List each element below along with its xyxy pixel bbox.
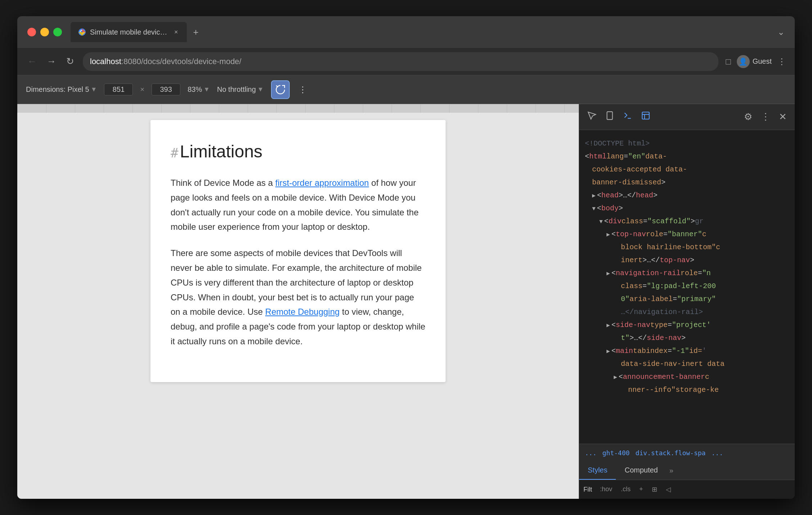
svg-rect-6 <box>642 112 649 119</box>
tab-area: Simulate mobile devices with D × + <box>71 22 772 42</box>
device-toolbar: Dimensions: Pixel 5 ▼ × 83% ▼ No throttl… <box>17 75 795 104</box>
html-line: block hairline-bottom" c <box>585 241 789 254</box>
breadcrumb-item[interactable]: ... <box>711 449 723 457</box>
hov-button[interactable]: :hov <box>598 485 614 494</box>
html-line: ▶ <side-nav type="project' <box>585 319 789 332</box>
browser-tab[interactable]: Simulate mobile devices with D × <box>71 22 187 42</box>
profile-avatar: 👤 <box>737 55 750 68</box>
url-bar[interactable]: localhost:8080/docs/devtools/device-mode… <box>83 52 718 71</box>
profile-button[interactable]: 👤 Guest <box>737 55 772 68</box>
bookmark-icon[interactable]: □ <box>726 57 731 67</box>
elements-panel-icon[interactable] <box>639 109 653 124</box>
html-line: <!DOCTYPE html> <box>585 137 789 150</box>
page-content: # Limitations Think of Device Mode as a … <box>17 104 579 499</box>
filter-buttons: :hov .cls + ⊞ ◁ <box>598 485 673 494</box>
page-heading: # Limitations <box>171 142 425 161</box>
devtools-bottom-panel: ... ght-400 div.stack.flow-spa ... Style… <box>579 444 795 499</box>
heading-anchor: # <box>171 145 179 160</box>
html-line: class="lg:pad-left-200 <box>585 280 789 293</box>
dimensions-selector[interactable]: Dimensions: Pixel 5 ▼ <box>26 85 97 94</box>
url-scheme: localhost:8080/docs/devtools/device-mode… <box>90 57 242 66</box>
new-tab-button[interactable]: + <box>190 25 202 39</box>
main-area: # Limitations Think of Device Mode as a … <box>17 104 795 499</box>
remote-debugging-link[interactable]: Remote Debugging <box>265 307 340 317</box>
paragraph-2: There are some aspects of mobile devices… <box>171 246 425 349</box>
html-line: …</navigation-rail> <box>585 306 789 319</box>
reload-button[interactable]: ↻ <box>65 54 76 68</box>
svg-rect-3 <box>607 112 612 120</box>
console-drawer-icon[interactable] <box>621 109 635 124</box>
html-line: ▼ <body> <box>585 202 789 215</box>
layout-icon[interactable]: ⊞ <box>650 485 659 494</box>
html-line: nner--info" storage-ke <box>585 384 789 397</box>
forward-button[interactable]: → <box>45 54 58 68</box>
html-line: ▶ <main tabindex="-1" id=' <box>585 345 789 358</box>
page-ruler <box>17 104 579 113</box>
page-viewport: # Limitations Think of Device Mode as a … <box>17 113 579 499</box>
devtools-filter-bar: Filt :hov .cls + ⊞ ◁ <box>579 480 795 499</box>
device-toolbar-more-icon[interactable]: ⋮ <box>298 85 307 95</box>
height-input[interactable] <box>152 84 180 95</box>
zoom-selector[interactable]: 83% ▼ <box>188 85 210 94</box>
tab-close-button[interactable]: × <box>173 28 180 37</box>
breadcrumb-item[interactable]: ght-400 <box>603 449 630 457</box>
html-line: inert>…</top-nav> <box>585 254 789 267</box>
devtools-toolbar: ⚙ ⋮ ✕ <box>579 104 795 130</box>
breadcrumb-item[interactable]: ... <box>585 449 597 457</box>
paragraph-1: Think of Device Mode as a first-order ap… <box>171 176 425 234</box>
html-line: cookies-accepted data- <box>585 163 789 176</box>
html-line: ▶ <navigation-rail role="n <box>585 267 789 280</box>
panel-icon[interactable]: ◁ <box>664 485 673 494</box>
devtools-settings-icon[interactable]: ⚙ <box>742 110 754 124</box>
html-line: ▼ <div class="scaffold"> gr <box>585 215 789 228</box>
rotate-button[interactable] <box>271 80 290 99</box>
browser-more-icon[interactable]: ⋮ <box>777 57 786 67</box>
html-line: data-side-nav-inert data <box>585 358 789 371</box>
devtools-panel: ⚙ ⋮ ✕ <!DOCTYPE html> <html lang="en" da… <box>579 104 795 499</box>
cls-button[interactable]: .cls <box>619 485 633 494</box>
devtools-breadcrumb: ... ght-400 div.stack.flow-spa ... <box>579 444 795 461</box>
chrome-favicon-icon <box>78 28 86 36</box>
minimize-traffic-light[interactable] <box>40 28 49 36</box>
html-line: ▶ <announcement-banner c <box>585 371 789 384</box>
address-actions: □ 👤 Guest ⋮ <box>726 55 786 68</box>
devtools-html-view[interactable]: <!DOCTYPE html> <html lang="en" data- co… <box>579 130 795 444</box>
throttling-selector[interactable]: No throttling ▼ <box>217 85 264 94</box>
add-style-button[interactable]: + <box>637 485 645 494</box>
tab-title: Simulate mobile devices with D <box>90 28 169 36</box>
devtools-style-tabs: Styles Computed » <box>579 461 795 480</box>
browser-window: Simulate mobile devices with D × + ⌄ ← →… <box>17 16 795 499</box>
close-traffic-light[interactable] <box>27 28 36 36</box>
html-line: t">…</side-nav> <box>585 332 789 345</box>
first-order-link[interactable]: first-order approximation <box>275 178 369 188</box>
devtools-close-icon[interactable]: ✕ <box>777 110 789 124</box>
width-input[interactable] <box>104 84 133 95</box>
html-line: ▶ <head>…</head> <box>585 189 789 202</box>
device-mode-icon[interactable] <box>603 109 617 124</box>
dimension-separator: × <box>140 85 144 94</box>
styles-filter-input[interactable]: Filt <box>583 486 592 493</box>
html-line: banner-dismissed> <box>585 176 789 189</box>
html-line: <html lang="en" data- <box>585 150 789 163</box>
back-button[interactable]: ← <box>26 54 38 68</box>
devtools-more-icon[interactable]: ⋮ <box>759 110 772 124</box>
more-tabs-icon[interactable]: » <box>669 466 673 475</box>
title-bar: Simulate mobile devices with D × + ⌄ <box>17 16 795 48</box>
profile-label: Guest <box>753 57 772 66</box>
maximize-traffic-light[interactable] <box>53 28 62 36</box>
inspect-element-icon[interactable] <box>585 109 599 124</box>
breadcrumb-item[interactable]: div.stack.flow-spa <box>635 449 705 457</box>
html-line: 0" aria-label="primary" <box>585 293 789 306</box>
computed-tab[interactable]: Computed <box>616 461 666 480</box>
styles-tab[interactable]: Styles <box>579 461 616 480</box>
address-bar: ← → ↻ localhost:8080/docs/devtools/devic… <box>17 48 795 75</box>
traffic-lights <box>27 28 62 36</box>
page-card: # Limitations Think of Device Mode as a … <box>150 120 446 382</box>
html-line: ▶ <top-nav role="banner" c <box>585 228 789 241</box>
window-collapse-icon[interactable]: ⌄ <box>777 27 785 37</box>
